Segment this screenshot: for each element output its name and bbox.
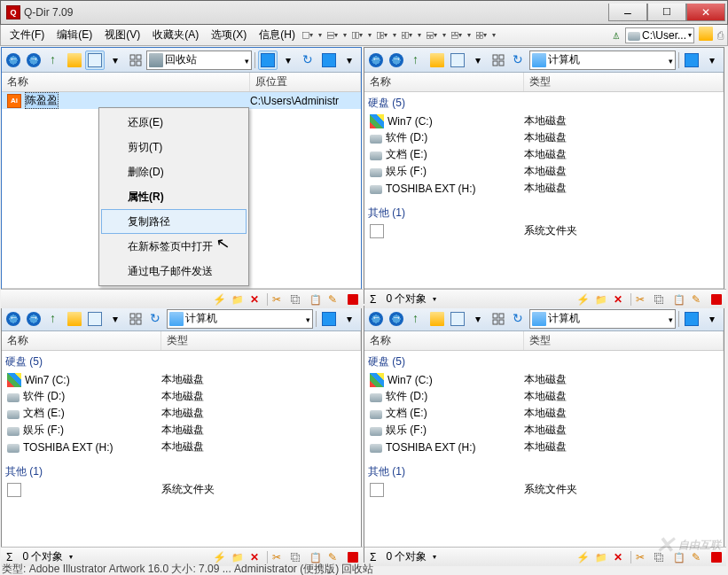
nav-folder-button[interactable] [427, 309, 447, 329]
nav-forward-button[interactable] [24, 309, 43, 329]
location-arrow-icon[interactable] [669, 54, 673, 66]
location-arrow-icon[interactable] [306, 313, 310, 325]
record-icon[interactable] [708, 291, 724, 307]
monitor2-button[interactable] [319, 51, 339, 70]
menu-file[interactable]: 文件(F) [4, 26, 50, 44]
monitor-button[interactable] [682, 309, 701, 329]
monitor-dd[interactable]: ▾ [702, 309, 722, 329]
status-dd[interactable]: ▾ [69, 553, 73, 561]
location-arrow-icon[interactable] [669, 313, 673, 325]
list-item[interactable]: 软件 (D:)本地磁盘 [364, 388, 724, 405]
col-type[interactable]: 类型 [524, 331, 724, 350]
pane2-body[interactable]: 硬盘 (5) Win7 (C:)本地磁盘软件 (D:)本地磁盘文档 (E:)本地… [364, 92, 724, 288]
toolbar-extra-icon[interactable] [696, 27, 716, 43]
monitor-dd[interactable]: ▾ [278, 51, 298, 70]
group-disk[interactable]: 硬盘 (5) [364, 92, 724, 113]
location-select[interactable]: 计算机 [529, 309, 676, 329]
list-item[interactable]: TOSHIBA EXT (H:)本地磁盘 [2, 439, 361, 455]
nav-folder-button[interactable] [427, 51, 447, 70]
layout-2v-icon[interactable] [352, 28, 363, 43]
dd-6[interactable] [439, 28, 450, 43]
dd-4[interactable] [389, 28, 400, 43]
newfolder-icon[interactable] [593, 291, 609, 307]
nav-back-button[interactable] [4, 51, 23, 70]
dd-1[interactable] [315, 28, 325, 43]
cut-icon[interactable] [634, 291, 650, 307]
layout-1-icon[interactable] [302, 28, 313, 43]
nav-back-button[interactable] [4, 309, 23, 329]
list-item[interactable]: TOSHIBA EXT (H:)本地磁盘 [364, 180, 724, 197]
record-icon[interactable] [345, 291, 361, 307]
nav-up-button[interactable] [407, 51, 427, 70]
location-arrow-icon[interactable] [245, 54, 249, 66]
status-dd[interactable]: ▾ [433, 553, 436, 561]
layout-2h-icon[interactable] [327, 28, 338, 43]
address-dd[interactable]: ▾ [688, 31, 692, 39]
nav-up-button[interactable] [44, 51, 64, 70]
context-menu-item[interactable]: 复制路径 [101, 209, 247, 234]
menu-favorites[interactable]: 收藏夹(A) [147, 26, 204, 44]
col-name[interactable]: 名称 [364, 73, 524, 91]
monitor-button[interactable] [258, 51, 278, 70]
col-name[interactable]: 名称 [2, 331, 161, 350]
layout-4-icon[interactable] [476, 28, 487, 43]
context-menu-item[interactable]: 通过电子邮件发送 [101, 259, 247, 284]
list-item[interactable]: 娱乐 (F:)本地磁盘 [364, 422, 724, 439]
nav-forward-button[interactable] [387, 51, 406, 70]
newfolder-icon[interactable] [230, 291, 246, 307]
group-disk[interactable]: 硬盘 (5) [2, 351, 361, 371]
nav-back-button[interactable] [366, 309, 386, 329]
refresh-button[interactable] [509, 309, 528, 329]
edit-icon[interactable] [690, 291, 706, 307]
view-mode-button[interactable] [85, 51, 105, 70]
list-item[interactable]: TOSHIBA EXT (H:)本地磁盘 [364, 439, 724, 455]
nav-up-button[interactable] [44, 309, 64, 329]
location-select[interactable]: 回收站 [146, 51, 252, 70]
col-orig[interactable]: 原位置 [250, 73, 361, 91]
col-type[interactable]: 类型 [524, 73, 724, 91]
delete-icon[interactable] [612, 291, 628, 307]
nav-folder-button[interactable] [65, 309, 84, 329]
view-mode-dd[interactable]: ▾ [468, 309, 488, 329]
list-item[interactable]: 文档 (E:)本地磁盘 [364, 405, 724, 422]
group-other[interactable]: 其他 (1) [2, 461, 361, 481]
layout-3c-icon[interactable] [427, 28, 437, 43]
flash-icon[interactable] [575, 291, 591, 307]
copy-icon[interactable] [289, 291, 305, 307]
layout-3d-icon[interactable] [451, 28, 462, 43]
context-menu-item[interactable]: 删除(D) [101, 159, 247, 184]
view-mode-dd[interactable]: ▾ [106, 51, 125, 70]
minimize-button[interactable] [608, 4, 647, 21]
menu-edit[interactable]: 编辑(E) [51, 26, 98, 44]
dd-8[interactable] [489, 28, 499, 43]
location-select[interactable]: 计算机 [529, 51, 676, 70]
cut-icon[interactable] [270, 291, 286, 307]
close-button[interactable] [686, 4, 725, 21]
monitor-dd[interactable]: ▾ [340, 309, 359, 329]
monitor-button[interactable] [319, 309, 339, 329]
context-menu-item[interactable]: 剪切(T) [101, 135, 247, 159]
panes-button[interactable] [489, 309, 508, 329]
tree-icon[interactable]: ⍋ [613, 28, 620, 42]
list-item[interactable]: 系统文件夹 [364, 481, 724, 498]
list-item[interactable]: 软件 (D:)本地磁盘 [364, 129, 724, 146]
nav-up-button[interactable] [407, 309, 427, 329]
nav-back-button[interactable] [366, 51, 386, 70]
layout-3b-icon[interactable] [402, 28, 412, 43]
list-item[interactable]: Win7 (C:)本地磁盘 [2, 371, 361, 388]
refresh-button[interactable] [509, 51, 528, 70]
context-menu-item[interactable]: 还原(E) [101, 110, 247, 135]
pane3-body[interactable]: 硬盘 (5) Win7 (C:)本地磁盘软件 (D:)本地磁盘文档 (E:)本地… [2, 351, 361, 547]
dd-2[interactable] [340, 28, 350, 43]
list-item[interactable]: Win7 (C:)本地磁盘 [364, 371, 724, 388]
delete-icon[interactable] [248, 291, 264, 307]
maximize-button[interactable] [647, 4, 686, 21]
list-item[interactable]: 文档 (E:)本地磁盘 [364, 146, 724, 163]
nav-folder-button[interactable] [65, 51, 84, 70]
list-item[interactable]: 软件 (D:)本地磁盘 [2, 388, 361, 405]
panes-button[interactable] [126, 309, 145, 329]
list-item[interactable]: Win7 (C:)本地磁盘 [364, 113, 724, 129]
layout-3a-icon[interactable] [377, 28, 387, 43]
refresh-button[interactable] [146, 309, 166, 329]
group-other[interactable]: 其他 (1) [364, 461, 724, 481]
